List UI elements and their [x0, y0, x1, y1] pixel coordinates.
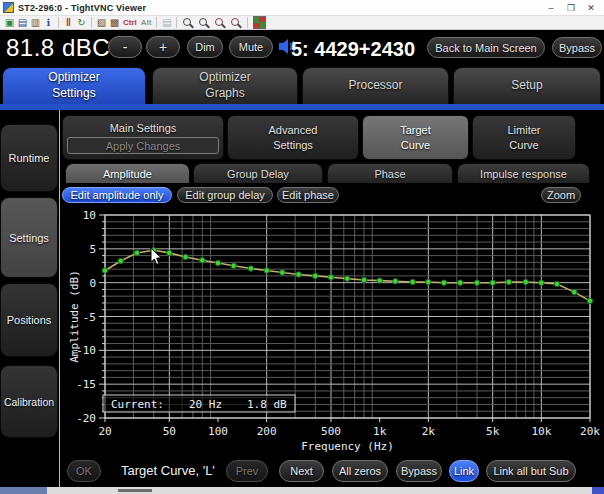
ctrl-key-button[interactable]: Ctrl — [121, 18, 139, 28]
alt-key-button[interactable]: Alt — [139, 18, 154, 28]
mouse-cursor — [150, 247, 163, 266]
sidebar-item-settings[interactable]: Settings — [0, 197, 58, 278]
back-to-main-button[interactable]: Back to Main Screen — [427, 37, 545, 58]
svg-text:1.8 dB: 1.8 dB — [247, 398, 287, 411]
connection-options-icon[interactable]: ▥ — [29, 18, 42, 28]
tab-optimizer-settings[interactable]: Optimizer Settings — [2, 67, 146, 104]
copy-icon[interactable]: ▤ — [160, 18, 173, 28]
svg-text:2k: 2k — [422, 425, 436, 438]
ctrl-alt-del-icon[interactable]: ▧ — [95, 18, 108, 28]
taskbar-fragment — [0, 487, 47, 494]
svg-text:-20: -20 — [76, 412, 96, 425]
volume-up-button[interactable]: + — [146, 36, 180, 58]
svg-text:Frequency (Hz): Frequency (Hz) — [301, 440, 394, 453]
volume-level: 81.8 dBC — [6, 34, 110, 62]
svg-text:5: 5 — [89, 243, 96, 256]
sidebar-item-positions[interactable]: Positions — [0, 283, 58, 357]
tab-phase[interactable]: Phase — [327, 163, 453, 183]
dim-button[interactable]: Dim — [187, 36, 223, 58]
svg-text:20 Hz: 20 Hz — [189, 398, 222, 411]
link-button[interactable]: Link — [449, 460, 479, 482]
tab-setup[interactable]: Setup — [453, 67, 601, 104]
tab-impulse-response[interactable]: Impulse response — [457, 163, 590, 183]
transfer-files-icon[interactable]: ▩ — [108, 18, 121, 28]
zoom-100-icon[interactable] — [214, 17, 226, 29]
toolbar-separator — [156, 17, 157, 28]
edit-amplitude-only-button[interactable]: Edit amplitude only — [62, 187, 172, 203]
tab-group-delay[interactable]: Group Delay — [193, 163, 323, 183]
all-zeros-button[interactable]: All zeros — [332, 460, 388, 482]
link-all-but-sub-button[interactable]: Link all but Sub — [486, 460, 576, 482]
tab-target-curve[interactable]: Target Curve — [362, 115, 469, 160]
volume-down-button[interactable]: - — [108, 36, 142, 58]
toolbar-separator — [176, 17, 177, 28]
svg-text:20k: 20k — [580, 425, 600, 438]
app-icon — [3, 2, 14, 13]
toolbar-separator — [247, 17, 248, 28]
zoom-button[interactable]: Zoom — [541, 187, 581, 203]
bypass-top-button[interactable]: Bypass — [552, 37, 602, 58]
window-bottom-edge — [47, 487, 592, 494]
zoom-auto-icon[interactable] — [230, 17, 242, 29]
chart-canvas[interactable]: 1050-5-10-15-2020501002005001k2k5k10k20k… — [60, 205, 604, 455]
tab-main-settings[interactable]: Main Settings Apply Changes — [62, 115, 224, 160]
edit-group-delay-button[interactable]: Edit group delay — [177, 187, 273, 203]
zoom-in-icon[interactable] — [182, 17, 194, 29]
ok-button[interactable]: OK — [67, 460, 101, 482]
edit-phase-button[interactable]: Edit phase — [277, 187, 339, 203]
tab-amplitude[interactable]: Amplitude — [65, 163, 190, 183]
tightvnc-window: ST2-296:0 - TightVNC Viewer – ❐ ✕ ▣ ▤ ▥ … — [0, 0, 604, 494]
tab-optimizer-graphs[interactable]: Optimizer Graphs — [152, 67, 298, 104]
toolbar-separator — [58, 17, 59, 28]
connection-info-icon[interactable]: ℹ — [42, 18, 55, 28]
apply-changes-button[interactable]: Apply Changes — [67, 137, 219, 154]
pause-icon[interactable]: ‖ — [62, 18, 75, 28]
curve-title: Target Curve, 'L' — [121, 463, 215, 478]
toolbar-separator — [91, 17, 92, 28]
preset-display: 5: 4429+2430 — [291, 38, 415, 61]
vnc-toolbar: ▣ ▤ ▥ ℹ ‖ ↻ ▧ ▩ Ctrl Alt ▤ — [0, 16, 604, 30]
window-titlebar[interactable]: ST2-296:0 - TightVNC Viewer – ❐ ✕ — [0, 0, 604, 16]
window-title: ST2-296:0 - TightVNC Viewer — [18, 3, 146, 13]
tab-advanced-settings[interactable]: Advanced Settings — [227, 115, 359, 160]
new-connection-icon[interactable]: ▣ — [3, 18, 16, 28]
svg-text:5k: 5k — [486, 425, 500, 438]
svg-text:10: 10 — [83, 209, 96, 222]
svg-text:Amplitude (dB): Amplitude (dB) — [68, 270, 81, 363]
maximize-button[interactable]: ❐ — [566, 3, 576, 13]
next-button[interactable]: Next — [279, 460, 324, 482]
tab-limiter-curve[interactable]: Limiter Curve — [472, 115, 576, 160]
svg-text:-15: -15 — [76, 378, 96, 391]
save-session-icon[interactable]: ▤ — [16, 18, 29, 28]
bypass-curve-button[interactable]: Bypass — [396, 460, 442, 482]
svg-text:20: 20 — [98, 425, 111, 438]
svg-text:1k: 1k — [373, 425, 387, 438]
svg-text:100: 100 — [208, 425, 228, 438]
scrollbar-corner — [592, 487, 604, 494]
remote-screen: 81.8 dBC - + Dim Mute 5: 4429+2430 Back … — [0, 31, 604, 487]
refresh-icon[interactable]: ↻ — [75, 18, 88, 28]
svg-text:50: 50 — [163, 425, 176, 438]
minimize-button[interactable]: – — [546, 3, 556, 13]
desktop-artifact — [118, 489, 152, 492]
zoom-out-icon[interactable] — [198, 17, 210, 29]
sidebar-item-runtime[interactable]: Runtime — [0, 124, 58, 192]
svg-text:500: 500 — [321, 425, 341, 438]
amplitude-target-curve-chart[interactable]: 1050-5-10-15-2020501002005001k2k5k10k20k… — [60, 205, 604, 455]
svg-text:10k: 10k — [531, 425, 551, 438]
svg-text:200: 200 — [257, 425, 277, 438]
mute-button[interactable]: Mute — [229, 36, 273, 58]
close-button[interactable]: ✕ — [586, 3, 596, 13]
accent-bar — [0, 104, 604, 110]
svg-text:0: 0 — [89, 277, 96, 290]
sidebar-item-calibration[interactable]: Calibration — [0, 365, 58, 438]
svg-text:Current:: Current: — [111, 398, 164, 411]
tab-processor[interactable]: Processor — [302, 67, 449, 104]
fullscreen-icon[interactable] — [253, 16, 266, 29]
prev-button[interactable]: Prev — [226, 460, 268, 482]
svg-text:-5: -5 — [83, 311, 96, 324]
